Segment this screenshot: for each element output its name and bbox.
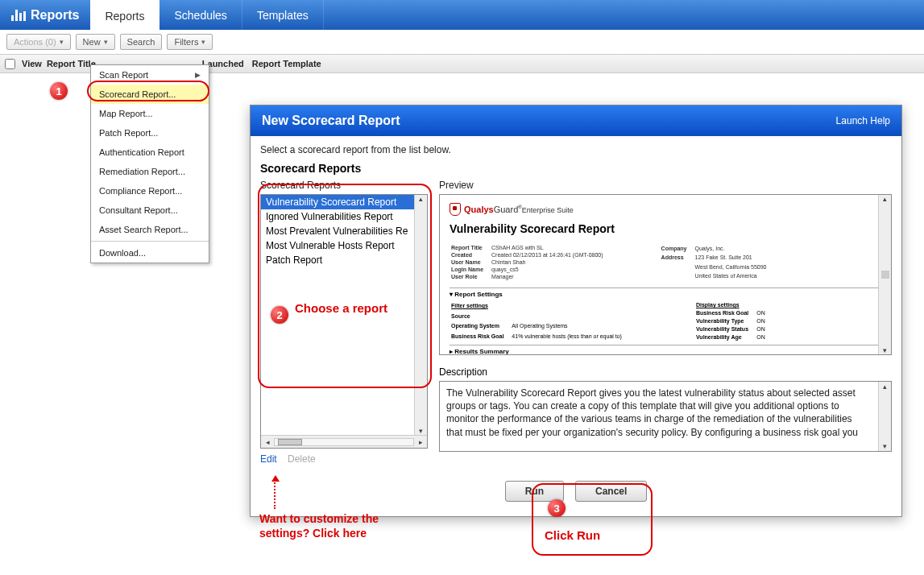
preview-section-report-settings: ▾ Report Settings <box>450 288 881 298</box>
annot-customize: Want to customize the settings? Click he… <box>259 512 421 540</box>
launch-help-link[interactable]: Launch Help <box>836 115 890 126</box>
col-report-title[interactable]: Report Title <box>47 59 96 68</box>
top-nav: Reports Reports Schedules Templates <box>0 0 924 30</box>
annot-arrow-edit <box>274 480 276 509</box>
shield-icon <box>450 203 461 216</box>
app-title: Reports <box>0 0 90 30</box>
annot-choose-report: Choose a report <box>295 301 392 316</box>
annot-badge-1: 1 <box>50 82 68 100</box>
actions-button[interactable]: Actions (0)▾ <box>6 34 71 50</box>
menu-download[interactable]: Download... <box>91 243 209 263</box>
app-title-text: Reports <box>31 8 79 23</box>
col-report-template[interactable]: Report Template <box>252 59 321 68</box>
chevron-down-icon: ▾ <box>104 38 108 46</box>
display-settings-table: Display settings Business Risk GoalON Vu… <box>694 300 773 342</box>
annot-ring-2 <box>258 184 432 388</box>
tab-templates[interactable]: Templates <box>242 0 324 30</box>
search-button[interactable]: Search <box>120 34 163 50</box>
section-heading: Scorecard Reports <box>260 162 892 175</box>
vertical-scrollbar[interactable]: ▴▾ <box>878 382 891 451</box>
menu-patch-report[interactable]: Patch Report... <box>91 123 209 143</box>
filter-settings-table: Filter settings Source Operating SystemA… <box>450 300 630 342</box>
menu-map-report[interactable]: Map Report... <box>91 104 209 123</box>
menu-compliance-report[interactable]: Compliance Report... <box>91 181 209 201</box>
list-actions: Edit Delete <box>260 453 428 465</box>
col-view[interactable]: View <box>22 59 42 68</box>
menu-asset-search-report[interactable]: Asset Search Report... <box>91 220 209 239</box>
preview-title: Vulnerability Scorecard Report <box>450 222 881 235</box>
menu-remediation-report[interactable]: Remediation Report... <box>91 162 209 181</box>
bars-icon <box>11 10 26 21</box>
preview-meta-right: CompanyQualys, Inc. Address123 Fake St. … <box>660 243 775 281</box>
description-box: ▴▾ The Vulnerability Scorecard Report gi… <box>439 381 892 452</box>
annot-ring-1 <box>87 81 209 101</box>
modal-title: New Scorecard Report <box>262 114 400 128</box>
delete-link: Delete <box>288 453 316 465</box>
preview-label: Preview <box>439 180 892 191</box>
preview-section-results-summary: ▸ Results Summary <box>450 345 881 355</box>
new-button[interactable]: New▾ <box>76 34 115 50</box>
annot-badge-2: 2 <box>271 306 288 324</box>
filters-button[interactable]: Filters▾ <box>167 34 213 50</box>
modal-subtitle: Select a scorecard report from the list … <box>260 144 892 155</box>
qualysguard-logo: QualysGuard®Enterprise Suite <box>450 203 881 216</box>
horizontal-scrollbar[interactable]: ◂▸ <box>261 435 427 448</box>
menu-auth-report[interactable]: Authentication Report <box>91 143 209 162</box>
preview-pane: ▴▾ QualysGuard®Enterprise Suite Vulnerab… <box>439 194 892 355</box>
tab-reports[interactable]: Reports <box>90 0 160 30</box>
chevron-down-icon: ▾ <box>201 38 205 46</box>
preview-meta-left: Report TitleCShAH AGS with SL CreatedCre… <box>450 243 611 281</box>
description-text: The Vulnerability Scorecard Report gives… <box>446 387 885 439</box>
toolbar: Actions (0)▾ New▾ Search Filters▾ <box>0 30 924 54</box>
modal-header: New Scorecard Report Launch Help <box>251 105 901 136</box>
vertical-scrollbar[interactable]: ▴▾ <box>878 195 891 354</box>
tab-schedules[interactable]: Schedules <box>160 0 242 30</box>
chevron-right-icon: ▶ <box>195 71 201 79</box>
edit-link[interactable]: Edit <box>260 453 277 465</box>
annot-badge-3: 3 <box>548 499 566 517</box>
annot-click-run: Click Run <box>545 528 600 544</box>
select-all-checkbox[interactable] <box>5 59 15 69</box>
menu-consultant-report[interactable]: Consultant Report... <box>91 201 209 220</box>
annot-ring-3 <box>532 483 653 556</box>
menu-separator <box>91 241 209 242</box>
description-label: Description <box>439 366 892 378</box>
chevron-down-icon: ▾ <box>60 38 64 46</box>
